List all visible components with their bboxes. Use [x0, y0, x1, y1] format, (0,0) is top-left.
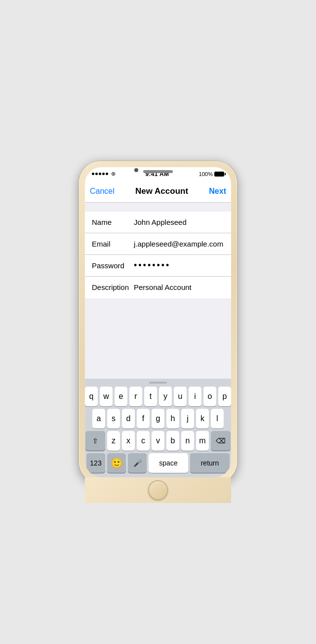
keyboard-handle — [149, 382, 167, 384]
password-value[interactable]: •••••••• — [134, 260, 224, 271]
key-y[interactable]: y — [159, 387, 172, 406]
keyboard[interactable]: q w e r t y u i o p a s d f g h j k — [85, 379, 231, 477]
key-h[interactable]: h — [166, 409, 179, 429]
key-z[interactable]: z — [107, 431, 120, 451]
name-value[interactable]: John Appleseed — [134, 218, 224, 226]
next-button[interactable]: Next — [209, 187, 226, 196]
delete-key[interactable]: ⌫ — [211, 431, 231, 451]
empty-content-area — [85, 298, 231, 379]
key-f[interactable]: f — [137, 409, 150, 429]
key-r[interactable]: r — [129, 387, 142, 406]
status-left: ⊛ — [92, 171, 116, 177]
keyboard-row-3: ⇧ z x c v b n m ⌫ — [86, 431, 230, 451]
description-label: Description — [92, 283, 134, 291]
name-label: Name — [92, 218, 134, 226]
signal-dot-3 — [99, 173, 101, 175]
page-title: New Account — [135, 186, 188, 196]
home-area — [85, 477, 231, 503]
home-button[interactable] — [148, 480, 168, 500]
key-i[interactable]: i — [189, 387, 201, 406]
signal-dot-2 — [95, 173, 98, 175]
key-e[interactable]: e — [115, 387, 127, 406]
key-n[interactable]: n — [181, 431, 194, 451]
password-label: Password — [92, 261, 134, 270]
form-row-description: Description Personal Account — [85, 277, 231, 298]
battery-percentage: 100% — [199, 171, 213, 177]
section-spacer-top — [85, 203, 231, 212]
keyboard-row-4: 123 🙂 🎤 space return — [86, 453, 230, 473]
description-value[interactable]: Personal Account — [134, 283, 224, 291]
key-w[interactable]: w — [100, 387, 113, 406]
battery-icon — [214, 172, 224, 177]
key-x[interactable]: x — [122, 431, 135, 451]
form-row-email: Email j.appleseed@example.com — [85, 233, 231, 255]
form-row-password: Password •••••••• — [85, 255, 231, 277]
email-value[interactable]: j.appleseed@example.com — [134, 240, 224, 248]
key-m[interactable]: m — [196, 431, 209, 451]
keyboard-row-2: a s d f g h j k l — [86, 409, 230, 429]
key-q[interactable]: q — [85, 387, 98, 406]
return-key[interactable]: return — [190, 453, 230, 473]
key-l[interactable]: l — [211, 409, 224, 429]
key-s[interactable]: s — [107, 409, 120, 429]
key-u[interactable]: u — [174, 387, 187, 406]
front-camera — [134, 168, 138, 172]
phone-screen: ⊛ 9:41 AM 100% Cancel New Account Next N… — [85, 167, 231, 477]
shift-key[interactable]: ⇧ — [85, 431, 105, 451]
battery-fill — [215, 172, 224, 176]
key-j[interactable]: j — [181, 409, 194, 429]
signal-dot-5 — [106, 173, 108, 175]
phone-device: ⊛ 9:41 AM 100% Cancel New Account Next N… — [79, 161, 237, 483]
key-g[interactable]: g — [152, 409, 164, 429]
navigation-bar: Cancel New Account Next — [85, 181, 231, 203]
speaker — [143, 170, 173, 173]
key-b[interactable]: b — [166, 431, 179, 451]
key-c[interactable]: c — [137, 431, 150, 451]
key-p[interactable]: p — [218, 387, 231, 406]
status-right: 100% — [199, 171, 224, 177]
key-t[interactable]: t — [144, 387, 157, 406]
cancel-button[interactable]: Cancel — [90, 187, 115, 196]
key-v[interactable]: v — [152, 431, 164, 451]
form-row-name: Name John Appleseed — [85, 212, 231, 233]
key-k[interactable]: k — [196, 409, 209, 429]
key-d[interactable]: d — [122, 409, 135, 429]
key-a[interactable]: a — [92, 409, 105, 429]
wifi-icon: ⊛ — [111, 171, 116, 177]
signal-strength — [92, 173, 108, 175]
signal-dot-1 — [92, 173, 94, 175]
key-o[interactable]: o — [203, 387, 216, 406]
emoji-key[interactable]: 🙂 — [107, 453, 126, 473]
signal-dot-4 — [102, 173, 105, 175]
microphone-key[interactable]: 🎤 — [128, 453, 147, 473]
numbers-key[interactable]: 123 — [86, 453, 105, 473]
space-key[interactable]: space — [149, 453, 188, 473]
status-bar: ⊛ 9:41 AM 100% — [85, 167, 231, 181]
form-section: Name John Appleseed Email j.appleseed@ex… — [85, 212, 231, 298]
keyboard-row-1: q w e r t y u i o p — [86, 387, 230, 406]
email-label: Email — [92, 240, 134, 248]
